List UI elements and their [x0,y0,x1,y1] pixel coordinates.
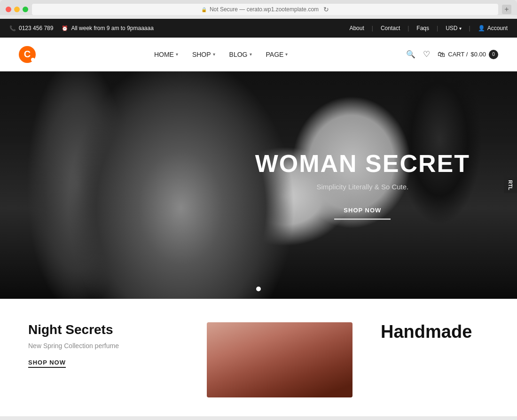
hours-text: All week from 9 am to 9pmaaaaa [71,25,153,31]
hero-subtitle: Simplicity Literally & So Cute. [255,183,470,191]
search-icon[interactable] [406,49,415,59]
nav-link-blog[interactable]: BLOG [229,51,252,58]
logo-letter: C [24,49,31,60]
currency-selector[interactable]: USD [446,25,461,31]
nav-label-blog: BLOG [229,51,248,58]
account-user-icon [478,25,485,31]
new-tab-button[interactable]: + [502,5,511,14]
wishlist-icon[interactable] [423,49,430,59]
nav-icons-group: CART / $0.00 0 [406,49,498,59]
clock-icon [62,25,68,31]
currency-label: USD [446,25,457,31]
close-button[interactable] [6,7,11,12]
browser-dots [6,7,28,12]
account-link[interactable]: Account [478,25,508,31]
hero-content: WOMAN SECRET Simplicity Literally & So C… [255,150,470,219]
slider-dots [256,287,261,291]
top-bar: 0123 456 789 All week from 9 am to 9pmaa… [0,19,517,38]
cart-icon [438,49,445,59]
logo-circle: C [19,46,36,63]
section-subtitle: New Spring Collection perfume [28,342,179,350]
rtl-label: RTL [504,177,517,193]
about-link[interactable]: About [349,25,364,31]
product-thumbnail [207,322,352,397]
slider-dot-1[interactable] [256,287,261,291]
handmade-block: Handmade [381,322,489,397]
maximize-button[interactable] [23,7,28,12]
security-icon: 🔒 [201,7,207,12]
nav-label-home: HOME [154,51,174,58]
section-title: Night Secrets [28,322,179,337]
top-bar-left: 0123 456 789 All week from 9 am to 9pmaa… [9,25,154,31]
divider-4: | [469,25,470,31]
hero-title: WOMAN SECRET [255,150,470,177]
browser-chrome: 🔒 Not Secure — cerato.wp1.zootemplate.co… [0,0,517,15]
page-chevron-icon [285,52,288,57]
divider-2: | [407,25,409,31]
cart-button[interactable]: CART / $0.00 0 [438,49,498,59]
content-section: Night Secrets New Spring Collection perf… [0,299,517,416]
nav-label-shop: SHOP [192,51,211,58]
currency-chevron-icon [459,25,462,31]
handmade-title: Handmade [381,322,489,342]
blog-chevron-icon [250,52,252,57]
phone-number: 0123 456 789 [19,25,53,31]
divider-1: | [372,25,373,31]
logo-dot [31,58,35,62]
nav-item-page: PAGE [266,51,288,58]
reload-button[interactable]: ↻ [323,6,329,13]
cart-price: $0.00 [470,51,486,58]
phone-icon [9,25,16,31]
hours-info: All week from 9 am to 9pmaaaaa [62,25,153,31]
shop-chevron-icon [213,52,215,57]
contact-link[interactable]: Contact [381,25,400,31]
account-label: Account [487,25,508,31]
nav-item-home: HOME [154,51,178,58]
minimize-button[interactable] [14,7,20,12]
nav-link-shop[interactable]: SHOP [192,51,215,58]
nav-label-page: PAGE [266,51,284,58]
nav-item-shop: SHOP [192,51,215,58]
hero-shop-now-button[interactable]: SHOP NOW [334,202,391,220]
url-text: Not Secure — cerato.wp1.zootemplate.com [210,6,319,13]
address-bar[interactable]: 🔒 Not Secure — cerato.wp1.zootemplate.co… [32,4,498,15]
phone-info: 0123 456 789 [9,25,53,31]
divider-3: | [437,25,438,31]
nav-item-blog: BLOG [229,51,252,58]
cart-label: CART / [448,51,468,58]
night-secrets-block: Night Secrets New Spring Collection perf… [28,322,179,397]
nav-link-page[interactable]: PAGE [266,51,288,58]
hero-slider: WOMAN SECRET Simplicity Literally & So C… [0,71,517,299]
main-navigation: C HOME SHOP BLOG [0,38,517,71]
website-container: 0123 456 789 All week from 9 am to 9pmaa… [0,19,517,416]
product-thumbnail-image [207,322,352,397]
nav-links-list: HOME SHOP BLOG PAGE [154,51,288,58]
logo-link[interactable]: C [19,46,36,63]
home-chevron-icon [176,52,178,57]
section-shop-now-button[interactable]: SHOP NOW [28,359,66,368]
top-bar-right: About | Contact | Faqs | USD | Account [349,25,508,31]
cart-count-badge: 0 [489,50,498,59]
faqs-link[interactable]: Faqs [416,25,429,31]
nav-link-home[interactable]: HOME [154,51,178,58]
